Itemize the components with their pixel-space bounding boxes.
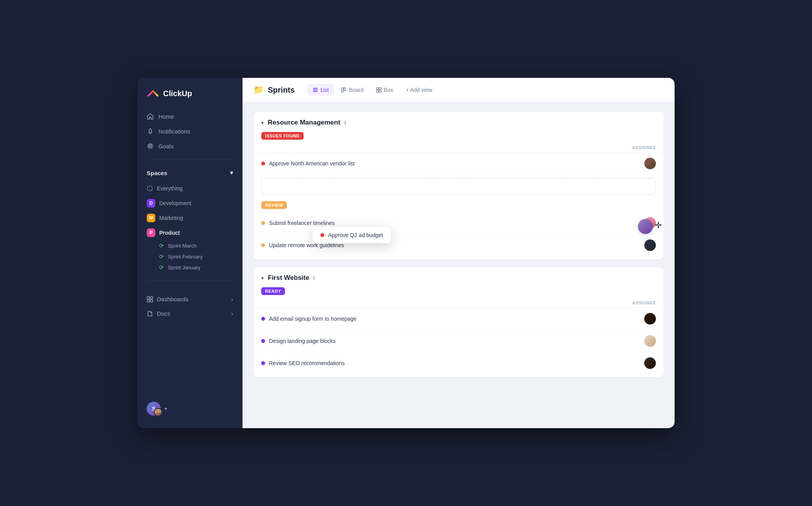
add-view-button[interactable]: + Add view <box>400 84 438 96</box>
task-name: Approve North American vendor list <box>269 160 355 167</box>
task-left: Add email signup form to homepage <box>261 316 357 322</box>
view-tabs: List Board Box + Add view <box>307 84 438 96</box>
group-header-resource: ▾ Resource Management ℹ <box>253 112 664 132</box>
avatar-circle <box>644 335 656 347</box>
avatar-circle <box>644 158 656 169</box>
marketing-label: Marketing <box>159 215 183 221</box>
table-row[interactable]: Design landing page blocks <box>253 330 664 352</box>
task-dot-purple <box>261 339 265 343</box>
sidebar-item-goals[interactable]: Goals <box>142 139 238 153</box>
svg-rect-8 <box>344 88 346 91</box>
dashboards-chevron: › <box>231 296 233 302</box>
home-icon <box>147 113 154 120</box>
app-name: ClickUp <box>163 89 192 98</box>
svg-rect-7 <box>342 88 343 92</box>
page-title: Sprints <box>268 86 295 95</box>
docs-label: Docs <box>157 310 170 317</box>
tab-list-label: List <box>320 87 329 93</box>
task-dot-purple <box>261 317 265 321</box>
sidebar-item-everything[interactable]: ⬡ Everything <box>142 181 238 196</box>
task-name: Update remote work guidelines <box>269 242 344 248</box>
sprint-icon-february: ⟳ <box>159 253 164 260</box>
dashboard-icon <box>147 296 153 302</box>
docs-icon <box>147 311 153 317</box>
spaces-list: ⬡ Everything D Development M Marketing P… <box>137 179 243 274</box>
tab-box[interactable]: Box <box>371 84 399 96</box>
sidebar-divider-2 <box>147 281 233 281</box>
sidebar-item-dashboards[interactable]: Dashboards › <box>142 292 238 306</box>
avatar-circle <box>644 313 656 325</box>
chevron-down-icon-2: ▾ <box>261 275 264 281</box>
info-icon-resource: ℹ <box>344 119 346 126</box>
task-avatar <box>644 335 656 347</box>
badge-review: REVIEW <box>261 201 287 209</box>
group-title-resource: Resource Management <box>268 119 340 126</box>
assignee-header-2: ASSIGNEE <box>253 298 664 308</box>
spaces-header[interactable]: Spaces ▾ <box>137 166 243 179</box>
task-dot-red <box>261 162 265 165</box>
sidebar-bottom-section: Dashboards › Docs › <box>137 290 243 322</box>
task-name: Review SEO recommendations <box>269 360 345 366</box>
spaces-chevron-icon: ▾ <box>230 169 233 176</box>
sidebar-item-notifications-label: Notifications <box>158 128 190 135</box>
task-left: Review SEO recommendations <box>261 360 345 366</box>
everything-icon: ⬡ <box>147 184 153 193</box>
svg-point-2 <box>150 146 151 146</box>
content-area: ▾ Resource Management ℹ ISSUES FOUND ASS… <box>243 102 675 428</box>
box-icon <box>376 87 381 93</box>
svg-rect-6 <box>150 300 153 302</box>
sprint-march-label: Sprint March <box>168 243 197 249</box>
table-row[interactable]: Review SEO recommendations <box>253 352 664 374</box>
task-dot-yellow <box>261 243 265 247</box>
logo-area[interactable]: ClickUp <box>137 87 243 109</box>
list-icon <box>313 87 318 93</box>
task-name: Submit freelancer timelines <box>269 220 335 226</box>
task-left: Design landing page blocks <box>261 338 336 344</box>
sidebar-item-sprint-february[interactable]: ⟳ Sprint February <box>142 251 238 262</box>
avatar-circle <box>644 239 656 251</box>
user-avatar-inner <box>154 408 162 416</box>
sprint-icon-march: ⟳ <box>159 242 164 249</box>
task-name: Design landing page blocks <box>269 338 336 344</box>
product-label: Product <box>159 230 180 236</box>
sidebar-divider <box>147 160 233 160</box>
table-row[interactable]: Approve North American vendor list <box>253 153 664 175</box>
tab-board[interactable]: Board <box>336 84 369 96</box>
sidebar-item-notifications[interactable]: Notifications <box>142 124 238 139</box>
task-avatar <box>644 239 656 251</box>
clickup-logo-icon <box>147 87 159 100</box>
sidebar-item-product[interactable]: P Product <box>142 225 238 240</box>
svg-rect-5 <box>147 300 149 302</box>
avatar-circle <box>644 357 656 369</box>
sidebar-item-marketing[interactable]: M Marketing <box>142 211 238 225</box>
svg-rect-9 <box>376 88 378 90</box>
task-left: Update remote work guidelines <box>261 242 344 248</box>
sidebar-item-home[interactable]: Home <box>142 109 238 124</box>
task-dot-yellow <box>261 221 265 225</box>
sidebar-item-sprint-january[interactable]: ⟳ Sprint January <box>142 262 238 273</box>
table-row[interactable]: Add email signup form to homepage <box>253 308 664 330</box>
sprint-january-label: Sprint January <box>168 265 200 271</box>
sidebar-item-docs[interactable]: Docs › <box>142 306 238 321</box>
tab-list[interactable]: List <box>307 84 334 96</box>
sidebar-nav: Home Notifications Goals <box>137 109 243 153</box>
svg-rect-10 <box>379 88 381 90</box>
sidebar-item-development[interactable]: D Development <box>142 196 238 211</box>
group-title-website: First Website <box>268 274 309 282</box>
user-area[interactable]: S ▾ <box>137 397 243 420</box>
dashboards-label: Dashboards <box>157 296 188 302</box>
spaces-label: Spaces <box>147 170 167 176</box>
issues-badge-area: ISSUES FOUND <box>253 132 664 143</box>
sidebar-item-sprint-march[interactable]: ⟳ Sprint March <box>142 240 238 251</box>
bell-icon <box>147 128 154 135</box>
assignee-header-1: ASSIGNEE <box>253 143 664 153</box>
tab-box-label: Box <box>384 87 393 93</box>
badge-issues-found: ISSUES FOUND <box>261 132 304 140</box>
table-row[interactable]: Submit freelancer timelines <box>253 212 664 234</box>
table-row[interactable]: Update remote work guidelines <box>253 234 664 256</box>
drag-user-avatar <box>638 219 653 234</box>
sidebar-item-home-label: Home <box>158 113 174 120</box>
group-first-website: ▾ First Website ℹ READY ASSIGNEE Ad <box>253 267 664 377</box>
top-bar: 📁 Sprints List Board Box + Add view <box>243 78 675 102</box>
svg-rect-11 <box>376 90 378 92</box>
